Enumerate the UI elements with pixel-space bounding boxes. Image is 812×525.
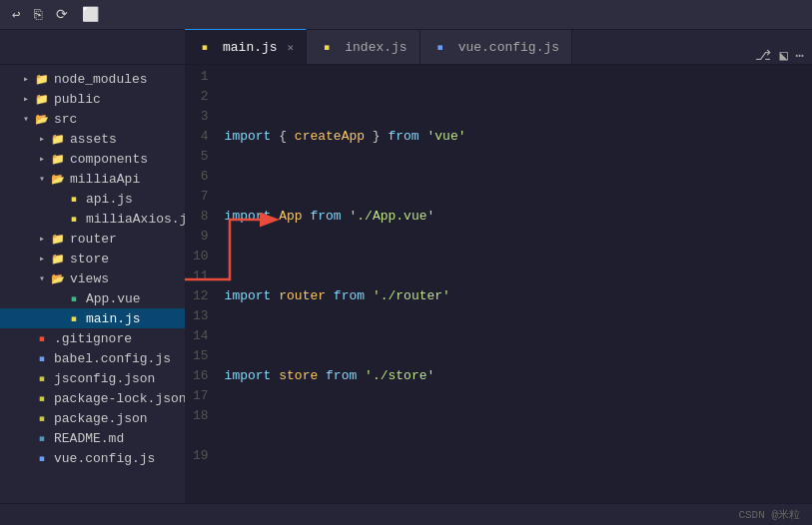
tab-main-js[interactable]: main.js ✕ xyxy=(185,29,307,64)
tab-main-js-icon xyxy=(197,39,213,55)
tab-vue-config[interactable]: vue.config.js xyxy=(420,29,572,64)
node-modules-arrow xyxy=(18,71,34,87)
tab-vue-config-icon xyxy=(432,39,448,55)
package-json-label: package.json xyxy=(54,411,148,426)
sidebar-item-components[interactable]: components xyxy=(0,149,185,169)
milliaapi-label: milliaApi xyxy=(70,172,140,187)
node-modules-folder-icon xyxy=(34,71,50,87)
more-actions-icon[interactable]: ⋯ xyxy=(796,47,804,64)
public-arrow xyxy=(18,91,34,107)
api-js-icon xyxy=(66,191,82,207)
tab-vue-config-label: vue.config.js xyxy=(458,40,559,55)
assets-label: assets xyxy=(70,132,117,147)
toolbar-refresh-icon[interactable]: ⟳ xyxy=(52,4,72,25)
sidebar-item-readme[interactable]: README.md xyxy=(0,428,185,448)
router-folder-icon xyxy=(50,231,66,247)
gitignore-label: .gitignore xyxy=(54,331,132,346)
file-explorer: node_modules public src assets xyxy=(0,65,185,503)
components-label: components xyxy=(70,152,148,167)
tab-index-js-label: index.js xyxy=(345,40,406,55)
readme-label: README.md xyxy=(54,431,124,446)
split-editor-icon[interactable]: ⎇ xyxy=(755,47,771,64)
sidebar-item-milliaaxios[interactable]: milliaAxios.js xyxy=(0,209,185,229)
tab-main-js-close[interactable]: ✕ xyxy=(288,41,295,54)
package-json-icon xyxy=(34,410,50,426)
store-label: store xyxy=(70,252,109,266)
toolbar-back-icon[interactable]: ↩ xyxy=(8,4,24,25)
sidebar-item-assets[interactable]: assets xyxy=(0,129,185,149)
code-container[interactable]: 1 2 3 4 5 6 7 8 9 10 11 12 13 14 15 16 1 xyxy=(185,65,812,503)
app-container: ↩ ⎘ ⟳ ⬜ main.js ✕ index.js vue.config.js… xyxy=(0,0,812,525)
main-js-label: main.js xyxy=(86,311,141,326)
sidebar-item-main-js[interactable]: main.js xyxy=(0,308,185,328)
sidebar-item-views[interactable]: views xyxy=(0,268,185,288)
assets-arrow xyxy=(34,131,50,147)
public-folder-icon xyxy=(34,91,50,107)
code-line-2: import App from './App.vue' xyxy=(221,207,812,227)
line-numbers: 1 2 3 4 5 6 7 8 9 10 11 12 13 14 15 16 1 xyxy=(185,65,221,503)
milliaapi-folder-icon xyxy=(50,171,66,187)
code-line-4: import store from './store' xyxy=(221,366,812,386)
code-lines: import { createApp } from 'vue' import A… xyxy=(221,65,812,503)
bottom-bar: CSDN @米粒 xyxy=(0,503,812,525)
gitignore-icon xyxy=(34,330,50,346)
sidebar-item-node-modules[interactable]: node_modules xyxy=(0,69,185,89)
milliaaxios-label: milliaAxios.js xyxy=(86,212,185,227)
sidebar-item-public[interactable]: public xyxy=(0,89,185,109)
sidebar-item-gitignore[interactable]: .gitignore xyxy=(0,328,185,348)
tabs-bar: main.js ✕ index.js vue.config.js ⎇ ⬕ ⋯ xyxy=(0,30,812,65)
code-editor: 1 2 3 4 5 6 7 8 9 10 11 12 13 14 15 16 1 xyxy=(185,65,812,503)
sidebar-item-vue-config[interactable]: vue.config.js xyxy=(0,448,185,468)
babel-label: babel.config.js xyxy=(54,351,171,366)
tab-index-js[interactable]: index.js xyxy=(307,29,419,64)
store-folder-icon xyxy=(50,251,66,266)
babel-icon xyxy=(34,350,50,366)
components-folder-icon xyxy=(50,151,66,167)
views-arrow xyxy=(34,270,50,286)
sidebar-item-jsconfig[interactable]: jsconfig.json xyxy=(0,368,185,388)
code-line-5 xyxy=(221,446,812,466)
sidebar-item-package-lock[interactable]: package-lock.json xyxy=(0,388,185,408)
store-arrow xyxy=(34,251,50,266)
sidebar-item-src[interactable]: src xyxy=(0,109,185,129)
vue-config-label: vue.config.js xyxy=(54,451,155,466)
tab-actions: ⎇ ⬕ ⋯ xyxy=(747,47,812,64)
src-folder-icon xyxy=(34,111,50,127)
node-modules-label: node_modules xyxy=(54,72,148,87)
toolbar: ↩ ⎘ ⟳ ⬜ xyxy=(0,0,812,30)
views-folder-icon xyxy=(50,270,66,286)
public-label: public xyxy=(54,92,101,107)
vue-config-icon xyxy=(34,450,50,466)
milliaaxios-icon xyxy=(66,211,82,227)
code-line-3: import router from './router' xyxy=(221,286,812,306)
watermark-text: CSDN @米粒 xyxy=(738,507,800,522)
components-arrow xyxy=(34,151,50,167)
main-js-icon xyxy=(66,310,82,326)
app-vue-label: App.vue xyxy=(86,291,141,306)
assets-folder-icon xyxy=(50,131,66,147)
sidebar-item-store[interactable]: store xyxy=(0,249,185,268)
router-label: router xyxy=(70,232,117,247)
toolbar-stop-icon[interactable]: ⬜ xyxy=(78,4,103,25)
jsconfig-icon xyxy=(34,370,50,386)
views-label: views xyxy=(70,271,109,286)
tab-main-js-label: main.js xyxy=(223,40,278,55)
sidebar-item-package-json[interactable]: package.json xyxy=(0,408,185,428)
router-arrow xyxy=(34,231,50,247)
tab-index-js-icon xyxy=(319,39,335,55)
milliaapi-arrow xyxy=(34,171,50,187)
package-lock-label: package-lock.json xyxy=(54,391,185,406)
code-line-1: import { createApp } from 'vue' xyxy=(221,127,812,147)
sidebar-item-babel[interactable]: babel.config.js xyxy=(0,348,185,368)
sidebar-item-app-vue[interactable]: App.vue xyxy=(0,288,185,308)
jsconfig-label: jsconfig.json xyxy=(54,371,155,386)
open-in-panel-icon[interactable]: ⬕ xyxy=(779,47,787,64)
sidebar-item-api-js[interactable]: api.js xyxy=(0,189,185,209)
api-js-label: api.js xyxy=(86,192,133,207)
src-label: src xyxy=(54,112,77,127)
readme-icon xyxy=(34,430,50,446)
sidebar-item-milliaapi[interactable]: milliaApi xyxy=(0,169,185,189)
sidebar-item-router[interactable]: router xyxy=(0,229,185,249)
toolbar-copy-icon[interactable]: ⎘ xyxy=(30,5,46,25)
main-content: node_modules public src assets xyxy=(0,65,812,503)
